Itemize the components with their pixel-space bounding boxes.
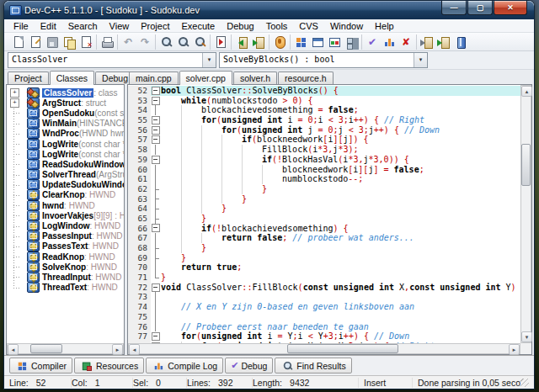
tree-item-threadtext[interactable]: ThreadText : HWND	[7, 283, 124, 293]
fold-toggle-icon[interactable]	[151, 125, 161, 135]
tree-item-solverthread[interactable]: SolverThread (ArgStruct *a	[7, 170, 124, 180]
resize-grip[interactable]	[520, 379, 529, 387]
redo-button[interactable]: ↷	[136, 34, 153, 50]
close-button[interactable]: ✕	[494, 1, 527, 15]
print-button[interactable]	[99, 34, 115, 50]
expand-toggle-icon[interactable]: +	[10, 98, 19, 108]
tree-item-readknop[interactable]: ReadKnop : HWND	[7, 252, 124, 262]
fold-toggle-icon[interactable]	[151, 283, 161, 293]
menu-debug[interactable]: Debug	[221, 21, 259, 31]
profile-button[interactable]	[381, 34, 398, 50]
fold-toggle-icon[interactable]	[151, 155, 161, 165]
undo-button[interactable]: ↶	[120, 34, 136, 50]
tree-item-threadinput[interactable]: ThreadInput : HWND	[7, 272, 124, 282]
fold-toggle-icon[interactable]	[151, 331, 161, 342]
class-combo[interactable]: ClassSolver ▾	[8, 52, 216, 68]
tab-compile-log[interactable]: Compile Log	[146, 358, 223, 373]
minimize-button[interactable]: —	[441, 1, 467, 15]
goto-bookmarks-button[interactable]	[326, 34, 343, 50]
tree-item-passestext[interactable]: PassesText : HWND	[7, 241, 124, 252]
find-button[interactable]	[157, 34, 174, 50]
scroll-right-icon[interactable]: ►	[509, 344, 520, 355]
fullscreen-button[interactable]	[452, 34, 469, 50]
tree-item-opensudoku[interactable]: OpenSudoku (const short (*	[7, 108, 124, 118]
scroll-track[interactable]	[19, 344, 112, 353]
tree-item-solveknop[interactable]: SolveKnop : HWND	[7, 262, 124, 272]
tree-item-passesinput[interactable]: PassesInput : HWND	[7, 231, 124, 241]
menu-execute[interactable]: Execute	[175, 21, 221, 31]
scroll-left-icon[interactable]: ◄	[8, 344, 19, 355]
tab-compiler[interactable]: Compiler	[9, 358, 72, 373]
tree-item-argstruct[interactable]: +ArgStruct : struct	[7, 98, 124, 108]
menu-window[interactable]: Window	[324, 21, 369, 31]
tree-item-updatesudokuwindows[interactable]: UpdateSudokuWindows (c	[7, 180, 124, 190]
scroll-down-icon[interactable]: ▼	[521, 331, 532, 342]
menu-search[interactable]: Search	[62, 21, 104, 31]
save-all-button[interactable]	[61, 34, 77, 50]
tree-item-winmain[interactable]: WinMain (HINSTANCE hInsta	[7, 119, 124, 129]
tree-item-wndproc[interactable]: WndProc (HWND hwnd, UIN	[7, 129, 124, 139]
fold-toggle-icon[interactable]	[151, 224, 161, 234]
dropdown-icon[interactable]: ▾	[202, 53, 216, 67]
code-area[interactable]: 52bool ClassSolver::SolveByBlocks() {53w…	[128, 85, 520, 343]
scroll-left-icon[interactable]: ◄	[129, 344, 140, 355]
tree-item-invoervakjes[interactable]: InvoerVakjes [9][9] : HWND	[7, 210, 124, 220]
syntax-check-button[interactable]: ✔	[364, 34, 381, 50]
menu-help[interactable]: Help	[369, 21, 400, 31]
scroll-track[interactable]	[140, 344, 509, 353]
maximize-button[interactable]: ▢	[467, 1, 493, 15]
new-file-button[interactable]	[10, 34, 27, 50]
replace-button[interactable]	[191, 34, 208, 50]
tab-main-cpp[interactable]: main.cpp	[129, 72, 179, 84]
open-file-button[interactable]	[27, 34, 44, 50]
tab-resource-h[interactable]: resource.h	[278, 72, 334, 84]
scroll-thumb[interactable]	[521, 144, 531, 186]
dropdown-icon[interactable]: ▾	[414, 53, 427, 67]
fold-toggle-icon[interactable]	[151, 86, 161, 96]
close-file-button[interactable]	[77, 34, 94, 50]
editor-horizontal-scrollbar[interactable]: ◄►	[128, 343, 520, 354]
run-button[interactable]	[250, 34, 267, 50]
member-combo[interactable]: SolveByBlocks() : bool ▾	[219, 52, 428, 68]
editor-vertical-scrollbar[interactable]: ▲▼	[520, 85, 531, 343]
compile-button[interactable]	[233, 34, 250, 50]
tree-item-clearknop[interactable]: ClearKnop : HWND	[7, 190, 124, 200]
find-in-files-button[interactable]	[174, 34, 191, 50]
project-options-button[interactable]	[343, 34, 360, 50]
tree-horizontal-scrollbar[interactable]: ◄►	[7, 343, 124, 354]
goto-line-button[interactable]	[212, 34, 229, 50]
menu-view[interactable]: View	[104, 21, 136, 31]
expand-toggle-icon[interactable]: +	[10, 88, 19, 98]
titlebar[interactable]: Dev-C++ 5.1.1.0 - [ Sudoku ] - Sudoku.de…	[4, 1, 534, 19]
scroll-up-icon[interactable]: ▲	[521, 86, 532, 97]
debug-button[interactable]	[271, 34, 288, 50]
toggle-bookmarks-button[interactable]	[309, 34, 326, 50]
scroll-thumb[interactable]	[287, 344, 398, 353]
tab-find-results[interactable]: Find Results	[275, 358, 351, 373]
open-project-button[interactable]	[435, 34, 452, 50]
fold-toggle-icon[interactable]	[151, 96, 161, 106]
tree-item-hwnd[interactable]: hwnd : HWND	[7, 200, 124, 210]
fold-toggle-icon[interactable]	[151, 342, 161, 343]
tree-item-logwrite[interactable]: LogWrite (const char *forma	[7, 139, 124, 149]
tab-project[interactable]: Project	[8, 72, 49, 84]
tab-solver-h[interactable]: solver.h	[233, 72, 277, 84]
abort-button[interactable]: ✘	[398, 34, 414, 50]
tab-debug[interactable]: ✔Debug	[225, 358, 273, 373]
tree-item-logwindow[interactable]: LogWindow : HWND	[7, 220, 124, 230]
menu-edit[interactable]: Edit	[35, 21, 62, 31]
scroll-right-icon[interactable]: ►	[112, 344, 123, 355]
tree-item-readsudokuwindows[interactable]: ReadSudokuWindows (sho	[7, 159, 124, 169]
tab-classes[interactable]: Classes	[50, 71, 94, 85]
tree-item-classsolver[interactable]: +ClassSolver : class	[7, 87, 124, 98]
fold-toggle-icon[interactable]	[151, 135, 161, 145]
close-project-button[interactable]	[419, 34, 435, 50]
menu-tools[interactable]: Tools	[260, 21, 294, 31]
menu-cvs[interactable]: CVS	[293, 21, 324, 31]
menu-project[interactable]: Project	[135, 21, 175, 31]
code-editor[interactable]: 52bool ClassSolver::SolveByBlocks() {53w…	[127, 84, 532, 355]
fold-toggle-icon[interactable]	[151, 115, 161, 125]
scroll-thumb[interactable]	[30, 344, 62, 353]
insert-button[interactable]	[292, 34, 309, 50]
save-button[interactable]	[44, 34, 61, 50]
